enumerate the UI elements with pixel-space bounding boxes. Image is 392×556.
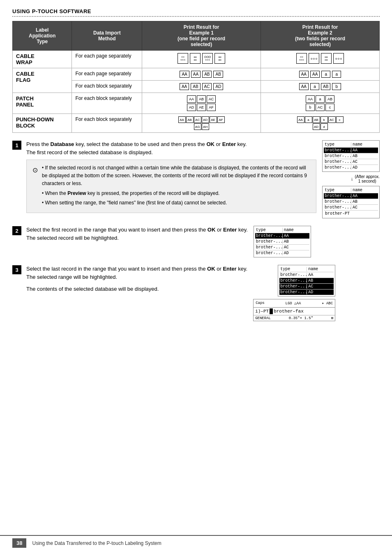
screen-after-data-col2-1: AA xyxy=(351,194,357,198)
method-patch-panel: For each block separately xyxy=(72,93,142,114)
screen-s2-col2-2: AB xyxy=(283,239,289,244)
cw-label-4: ▪▪▪▪▪▪ xyxy=(214,53,225,64)
arrow-area: ↓ (After approx.1 second) xyxy=(350,174,380,183)
screen-s2-col1-h: type xyxy=(256,228,283,232)
result-ex1-punch: AA AB AC AD AE AF AG AH xyxy=(142,114,261,133)
patch-AA: AA xyxy=(187,95,196,103)
punch-AE: AE xyxy=(210,116,217,123)
screen-s2-col2-h: name xyxy=(283,228,294,232)
patch-grid-ex1: AA AB AC AD AE AF xyxy=(145,95,257,111)
tape-size: 0.35"× 1.5" xyxy=(289,316,313,320)
arrow-down-icon: ↓ xyxy=(350,176,353,182)
screen-data-col2-4: AD xyxy=(351,165,357,170)
step-1-screen-area: type name brother-... AA brother-... AB xyxy=(322,140,380,218)
patch-c: c xyxy=(325,104,334,111)
step-2-row: 2 Select the first record in the range t… xyxy=(12,226,380,257)
patch-AA2: AA xyxy=(306,95,315,103)
flag-box-a2: a xyxy=(332,71,341,78)
screen-s3-col2-2: AB xyxy=(307,278,313,283)
screen-s3-col2-4: AD xyxy=(307,290,313,294)
step-3-main: Select the last record in the range that… xyxy=(26,265,247,293)
step-2-screen-area: type name brother-... AA brother-... AB xyxy=(254,226,311,257)
patch-row-2: AD AE AF xyxy=(187,104,216,111)
flag-box-AA2: AA xyxy=(191,71,201,78)
screen-col1-header: type xyxy=(325,142,351,147)
punch-AA: AA xyxy=(178,116,186,123)
screen-header-row: type name xyxy=(324,142,378,148)
punch-row-1: AA AB AC AD AE AF xyxy=(178,116,225,123)
punch-row-3: AA a AB b AC c xyxy=(297,116,344,123)
step-2-text: Select the first record in the range tha… xyxy=(26,226,248,242)
flag-box-AA1: AA xyxy=(180,71,189,78)
step-3-row: 3 Select the last record in the range th… xyxy=(12,265,380,321)
method-punch-down: For each block separately xyxy=(72,114,142,133)
result-ex2-cable-flag-1: AA AA a a xyxy=(261,68,380,81)
flag-box-AA4: AA xyxy=(310,71,320,78)
step-1-section: 1 Press the Database key, select the dat… xyxy=(12,140,380,218)
screen-data-col2-1: AA xyxy=(351,148,357,153)
patch-b: b xyxy=(306,104,315,111)
screen-s2-col1-2: brother-... xyxy=(256,239,283,244)
status-line: GENERAL 0.35"× 1.5" ⊞ xyxy=(254,315,335,321)
screen-s3-col1-4: brother-... xyxy=(280,290,307,294)
patch-AC: AC xyxy=(207,95,216,103)
screen-after-data-col2-2: AB xyxy=(351,199,357,204)
patch-row-4: b AC c xyxy=(306,104,334,111)
patch-grid-ex2: AA a AB b AC c xyxy=(264,95,376,111)
cw-label-6: o o o xyxy=(309,53,319,64)
step-2-main: Select the first record in the range tha… xyxy=(26,226,248,242)
flag-box-b1: b xyxy=(332,83,341,90)
main-table: LabelApplicationType Data ImportMethod P… xyxy=(12,21,380,133)
step-3-section: 3 Select the last record in the range th… xyxy=(12,265,380,321)
screen-after-data-col1-2: brother-... xyxy=(325,199,351,204)
table-row-patch-panel: PATCHPANEL For each block separately AA … xyxy=(13,93,380,114)
header-section: USING P-TOUCH SOFTWARE xyxy=(12,8,380,17)
screen-before: type name brother-... AA brother-... AB xyxy=(322,140,380,172)
screen-s2-col1-3: brother-... xyxy=(256,245,283,250)
screen-s3-col2-1: AA xyxy=(307,273,313,277)
screen-col2-header: name xyxy=(351,142,362,147)
screen-keyboard-top: Caps LGO △AA ✦ ABC xyxy=(254,299,335,307)
result-ex1-cable-flag-2: AA AB AC AD xyxy=(142,81,261,93)
screen-after-footer-row: brother-PT xyxy=(324,211,378,217)
screen-after-data-row-2: brother-... AB xyxy=(324,199,378,205)
patch-AD: AD xyxy=(187,104,196,111)
header-title: USING P-TOUCH SOFTWARE xyxy=(12,8,380,14)
patch-row-1: AA AB AC xyxy=(187,95,216,103)
result-ex1-cable-wrap: <<<<< ▪▪▪▪▪▪ OOO<<< ▪▪▪▪▪▪ xyxy=(142,51,261,68)
screen-s3-col2-h: name xyxy=(307,267,318,271)
punch-AD: AD xyxy=(202,116,209,123)
step-3-subtext: The contents of the selected database wi… xyxy=(26,285,247,293)
page: USING P-TOUCH SOFTWARE LabelApplicationT… xyxy=(0,0,392,556)
step-1-number: 1 xyxy=(12,141,21,150)
patch-AB: AB xyxy=(197,95,206,103)
flag-box-AA6: AA xyxy=(299,83,309,90)
screen-after-col1-header: type xyxy=(325,188,351,192)
note-text-block: • If the selected record is not changed … xyxy=(42,164,310,208)
flag-box-a3: a xyxy=(310,83,319,90)
step-1-main: Press the Database key, select the datab… xyxy=(26,140,316,213)
screen-s3-col1-2: brother-... xyxy=(280,278,307,283)
method-cable-wrap: For each page separately xyxy=(72,51,142,68)
screen-step3-bottom: Caps LGO △AA ✦ ABC i)–PT brother–fax GEN… xyxy=(253,299,335,321)
patch-AF: AF xyxy=(207,104,216,111)
table-row-punch-down: PUNCH-DOWN BLOCK For each block separate… xyxy=(13,114,380,133)
patch-AB2: AB xyxy=(325,95,334,103)
punch-AC2: AC xyxy=(328,116,336,123)
screen-s2-row-4: brother-... AD xyxy=(255,250,309,256)
screen-after-data-col1-3: brother-... xyxy=(325,205,351,210)
screen-s2-row-2: brother-... AB xyxy=(255,239,309,245)
label-cable-wrap: CABLEWRAP xyxy=(13,51,72,68)
flag-box-AC1: AC xyxy=(202,83,212,90)
col4-header: Print Result forExample 2(two fields per… xyxy=(261,21,380,51)
label-patch-panel: PATCHPANEL xyxy=(13,93,72,114)
punch-c2: c xyxy=(336,116,344,123)
screen-s2-col1-4: brother-... xyxy=(256,251,283,255)
result-ex2-punch: AA a AB b AC c AD d xyxy=(261,114,380,133)
punch-AG: AG xyxy=(194,123,201,130)
method-cable-flag-2: For each block separately xyxy=(72,81,142,93)
table-row-cable-flag-1: CABLEFLAG For each page separately AA AA… xyxy=(13,68,380,81)
screen-data-col1-2: brother-... xyxy=(325,154,351,158)
screen-s3-row-1: brother-... AA xyxy=(279,272,334,278)
note-p1: • If the selected record is not changed … xyxy=(42,164,310,188)
